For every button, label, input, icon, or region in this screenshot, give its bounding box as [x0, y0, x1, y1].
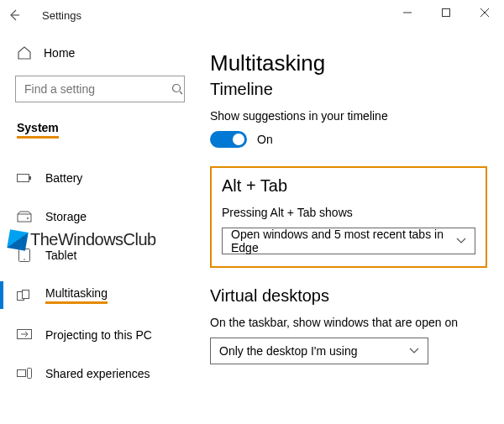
alttab-dropdown-value: Open windows and 5 most recent tabs in E…	[231, 228, 456, 254]
search-input-wrap[interactable]	[15, 76, 185, 102]
main-content: Multitasking Timeline Show suggestions i…	[200, 30, 504, 424]
search-icon	[171, 83, 183, 95]
battery-icon	[17, 170, 32, 186]
svg-rect-3	[29, 176, 31, 180]
sidebar: Home System Battery	[0, 30, 200, 424]
sidebar-item-shared[interactable]: Shared experiences	[0, 361, 200, 386]
timeline-toggle-row: On	[210, 131, 487, 148]
close-button[interactable]	[465, 0, 504, 25]
sidebar-item-projecting[interactable]: Projecting to this PC	[0, 322, 200, 348]
svg-rect-11	[18, 370, 26, 377]
window-title: Settings	[42, 9, 81, 22]
svg-rect-0	[443, 9, 450, 17]
svg-rect-2	[18, 175, 29, 182]
svg-point-5	[27, 217, 29, 219]
sidebar-home[interactable]: Home	[0, 40, 200, 65]
alttab-dropdown[interactable]: Open windows and 5 most recent tabs in E…	[222, 228, 475, 254]
svg-rect-9	[23, 290, 29, 298]
timeline-sub: Show suggestions in your timeline	[210, 109, 487, 123]
sidebar-item-label: Projecting to this PC	[45, 328, 152, 342]
virtual-dropdown-value: Only the desktop I'm using	[219, 344, 358, 358]
settings-window: Settings Home	[0, 0, 504, 424]
sidebar-item-label: Shared experiences	[45, 367, 150, 380]
minimize-button[interactable]	[388, 0, 427, 25]
sidebar-item-multitasking[interactable]: Multitasking	[0, 281, 200, 309]
alttab-section: Alt + Tab Pressing Alt + Tab shows Open …	[210, 166, 487, 268]
alttab-sub: Pressing Alt + Tab shows	[222, 206, 475, 219]
virtual-dropdown[interactable]: Only the desktop I'm using	[210, 338, 428, 364]
sidebar-item-label: Battery	[45, 171, 82, 185]
storage-icon	[17, 209, 32, 224]
search-input[interactable]	[24, 82, 171, 96]
section-virtual-title: Virtual desktops	[210, 286, 487, 306]
section-timeline-title: Timeline	[210, 80, 487, 99]
sidebar-category-system[interactable]: System	[0, 116, 200, 142]
maximize-button[interactable]	[427, 0, 465, 25]
window-controls	[388, 0, 504, 25]
multitasking-icon	[17, 288, 32, 303]
back-button[interactable]	[0, 8, 29, 22]
timeline-toggle-state: On	[257, 133, 273, 146]
sidebar-item-label: Storage	[45, 210, 87, 223]
projecting-icon	[17, 327, 32, 343]
page-heading: Multitasking	[210, 50, 487, 76]
sidebar-nav: Battery Storage Tablet	[0, 165, 200, 386]
svg-rect-12	[28, 369, 32, 379]
tablet-icon	[17, 248, 32, 263]
section-alttab-title: Alt + Tab	[222, 176, 475, 196]
svg-point-1	[173, 85, 181, 92]
chevron-down-icon	[456, 238, 466, 244]
sidebar-item-label: Multitasking	[45, 286, 108, 304]
sidebar-item-storage[interactable]: Storage	[0, 204, 200, 229]
sidebar-item-label: Tablet	[45, 249, 76, 262]
svg-rect-4	[18, 214, 31, 222]
sidebar-item-battery[interactable]: Battery	[0, 165, 200, 191]
sidebar-home-label: Home	[44, 46, 75, 60]
shared-icon	[17, 366, 32, 381]
virtual-sub: On the taskbar, show windows that are op…	[210, 316, 487, 329]
sidebar-item-tablet[interactable]: Tablet	[0, 243, 200, 268]
chevron-down-icon	[409, 348, 419, 354]
home-icon	[17, 45, 32, 60]
timeline-toggle[interactable]	[210, 131, 247, 148]
titlebar: Settings	[0, 0, 504, 30]
svg-point-7	[24, 259, 25, 260]
